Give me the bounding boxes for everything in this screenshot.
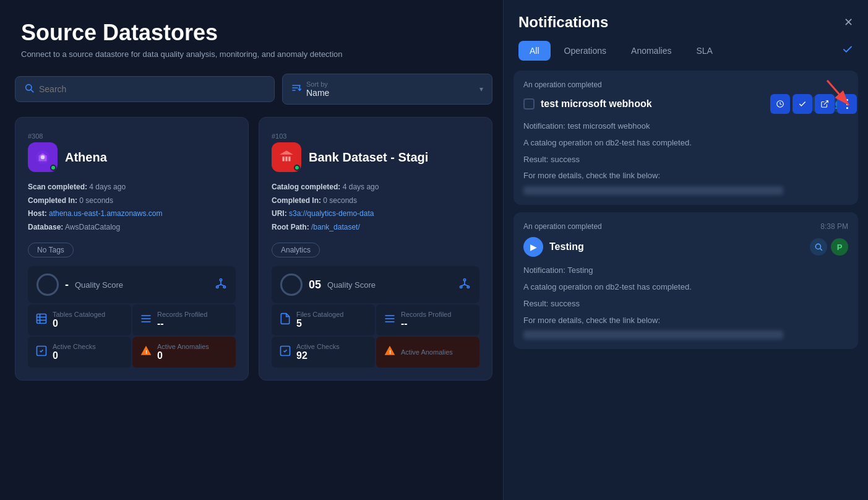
page-title: Source Datastores [21,20,492,46]
search-icon [24,83,34,95]
card-icon-wrap-athena [28,142,58,172]
warning-icon-bank: ! [384,345,396,360]
online-indicator-bank [294,165,300,171]
notification-item-1: An operation completed test microsoft we… [513,71,858,205]
p-avatar-2: P [831,238,848,256]
datastore-card-athena: #308 Athena Sc [15,117,249,381]
notif-body-2b: A catalog operation on db2-test has comp… [523,281,848,294]
sort-label-small: Sort by [306,80,329,88]
quality-score-row-bank: 05 Quality Score [272,266,479,303]
play-avatar-2: ▶ [523,237,543,257]
svg-point-44 [815,244,820,249]
stat-records-bank: Records Profiled -- [376,304,479,335]
notif-body-1b: A catalog operation on db2-test has comp… [523,137,848,150]
notif-body-1a: Notification: test microsoft webhook [523,120,848,133]
quality-score-row-athena: - Quality Score [28,266,236,303]
tree-icon-athena [215,277,227,292]
notif-blurred-link-2 [523,330,783,339]
sort-box[interactable]: Sort by Name ▾ [282,74,492,105]
svg-line-12 [217,285,221,287]
quality-gauge-bank [280,274,303,296]
svg-line-1 [31,90,33,92]
card-meta-athena: Scan completed: 4 days ago Completed In:… [28,181,236,234]
svg-line-31 [461,285,465,287]
stat-checks-bank: Active Checks 92 [272,337,375,368]
card-id-athena: #308 [28,132,43,140]
card-meta-bank: Catalog completed: 4 days ago Completed … [272,181,479,234]
svg-rect-14 [37,314,46,324]
page-subtitle: Connect to a source datastore for data q… [21,50,492,59]
stats-grid-bank: Files Cataloged 5 Records Profiled -- [272,304,479,368]
card-id-bank: #103 [272,132,286,140]
card-name-athena: Athena [65,150,236,165]
stat-anomalies-bank: ! Active Anomalies [376,337,479,368]
stat-records-athena: Records Profiled -- [132,304,236,335]
notif-timestamp-2: 8:38 PM [820,222,848,231]
more-options-btn[interactable]: ⋮ [837,94,857,114]
notifications-panel: Notifications ✕ All Operations Anomalies… [503,0,868,500]
stat-files-bank: Files Cataloged 5 [272,304,375,335]
svg-rect-24 [283,157,285,162]
stat-anomalies-athena: ! Active Anomalies 0 [132,337,236,368]
datastore-card-bank: #103 Bank Datas [259,117,492,381]
svg-line-13 [221,285,225,287]
search-input[interactable] [39,84,265,94]
close-button[interactable]: ✕ [844,15,853,29]
notifications-header: Notifications ✕ [504,0,868,31]
svg-line-41 [824,101,828,105]
rootpath-link[interactable]: /bank_dataset/ [311,223,360,231]
notif-blurred-link-1 [523,186,783,195]
warning-icon-athena: ! [140,345,152,360]
notif-checkbox-1[interactable] [523,98,535,110]
notification-item-2: An operation completed 8:38 PM ▶ Testing… [513,212,858,349]
mark-all-read-button[interactable] [842,44,853,58]
online-indicator-athena [50,165,56,171]
tree-icon-bank [458,277,471,292]
notif-body-1c: Result: success [523,153,848,166]
stat-tables-athena: Tables Cataloged 0 [28,304,131,335]
cards-grid: #308 Athena Sc [15,117,492,381]
notif-name-2: Testing [549,241,804,252]
stats-grid-athena: Tables Cataloged 0 Records Profiled -- [28,304,236,368]
tag-notags: No Tags [28,243,74,257]
search-box[interactable] [15,76,275,102]
notifications-list: An operation completed test microsoft we… [504,71,868,500]
svg-text:!: ! [145,349,147,355]
notifications-tabs: All Operations Anomalies SLA [504,41,868,61]
tab-anomalies[interactable]: Anomalies [620,41,682,61]
check-icon-btn[interactable] [793,94,812,114]
uri-link[interactable]: s3a://qualytics-demo-data [289,209,374,218]
notif-name-1: test microsoft webhook [541,98,804,110]
search-avatar-2 [810,238,827,256]
notif-status-2: An operation completed [523,222,602,231]
notif-body-2c: Result: success [523,298,848,311]
svg-text:!: ! [389,349,391,355]
sort-label-main: Name [306,88,329,98]
tab-all[interactable]: All [518,41,551,61]
table-icon [35,312,48,327]
notif-body-1d: For more details, check the link below: [523,170,848,183]
stat-checks-athena: Active Checks 0 [28,337,131,368]
notif-status-1: An operation completed [523,80,602,89]
svg-line-32 [465,285,468,287]
notif-body-2a: Notification: Testing [523,264,848,277]
host-link[interactable]: athena.us-east-1.amazonaws.com [49,209,162,218]
list-icon [140,312,152,327]
svg-line-45 [820,249,822,251]
card-icon-wrap-bank [272,142,301,172]
sort-icon [291,83,301,95]
tab-sla[interactable]: SLA [685,41,723,61]
svg-point-7 [41,155,45,160]
quality-gauge-athena [37,274,59,296]
external-link-icon-btn[interactable] [815,94,835,114]
list-icon-bank [384,312,396,327]
notif-body-2d: For more details, check the link below: [523,314,848,327]
svg-rect-25 [285,157,287,162]
check-icon-bank [279,345,291,360]
toolbar: Sort by Name ▾ [15,74,492,105]
tab-operations[interactable]: Operations [553,41,617,61]
chevron-down-icon: ▾ [479,85,483,93]
tag-analytics: Analytics [272,243,320,257]
svg-rect-26 [288,157,290,162]
clock-icon-btn[interactable] [770,94,790,114]
